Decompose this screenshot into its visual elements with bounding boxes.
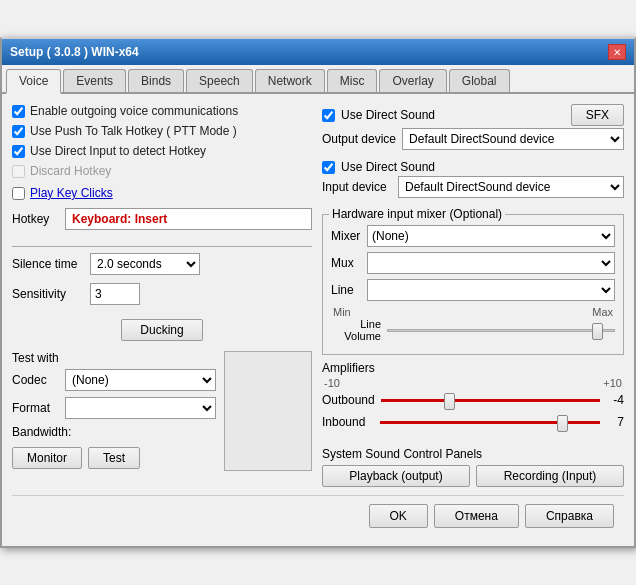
- inbound-row: Inbound 7: [322, 413, 624, 431]
- layout: Enable outgoing voice communications Use…: [12, 104, 624, 487]
- monitor-test-row: Monitor Test: [12, 447, 216, 469]
- output-section: Use Direct Sound SFX Output device Defau…: [322, 104, 624, 154]
- tab-speech[interactable]: Speech: [186, 69, 253, 92]
- sensitivity-label: Sensitivity: [12, 287, 82, 301]
- mixer-select[interactable]: (None): [367, 225, 615, 247]
- inbound-slider-container: [380, 413, 600, 431]
- outbound-slider-container: [381, 391, 600, 409]
- input-device-row: Input device Default DirectSound device: [322, 176, 624, 198]
- format-row: Format: [12, 397, 216, 419]
- tab-network[interactable]: Network: [255, 69, 325, 92]
- mixer-label: Mixer: [331, 229, 361, 243]
- outbound-value: -4: [606, 393, 624, 407]
- silence-time-select[interactable]: 2.0 seconds: [90, 253, 200, 275]
- tab-global[interactable]: Global: [449, 69, 510, 92]
- mux-label: Mux: [331, 256, 361, 270]
- line-select[interactable]: [367, 279, 615, 301]
- play-key-clicks-link[interactable]: Play Key Clicks: [30, 186, 113, 200]
- outbound-row: Outbound -4: [322, 391, 624, 409]
- tab-voice[interactable]: Voice: [6, 69, 61, 94]
- test-button[interactable]: Test: [88, 447, 140, 469]
- help-button[interactable]: Справка: [525, 504, 614, 528]
- input-direct-sound-row: Use Direct Sound: [322, 160, 624, 174]
- input-section: Use Direct Sound Input device Default Di…: [322, 160, 624, 202]
- outbound-label: Outbound: [322, 393, 375, 407]
- amp-max-label: +10: [603, 377, 622, 389]
- output-device-label: Output device: [322, 132, 396, 146]
- monitor-button[interactable]: Monitor: [12, 447, 82, 469]
- close-button[interactable]: ✕: [608, 44, 626, 60]
- tab-bar: Voice Events Binds Speech Network Misc O…: [2, 65, 634, 94]
- checkbox-enable-voice-input[interactable]: [12, 105, 25, 118]
- play-key-clicks-checkbox[interactable]: [12, 187, 25, 200]
- mux-row: Mux: [331, 252, 615, 274]
- test-with-label: Test with: [12, 351, 59, 365]
- outbound-slider[interactable]: [381, 391, 600, 409]
- format-select[interactable]: [65, 397, 216, 419]
- use-direct-sound-input-checkbox[interactable]: [322, 161, 335, 174]
- ducking-button[interactable]: Ducking: [121, 319, 202, 341]
- use-direct-sound-input-label: Use Direct Sound: [341, 160, 435, 174]
- min-max-row: Min Max: [331, 306, 615, 318]
- sfx-button[interactable]: SFX: [571, 104, 624, 126]
- max-label: Max: [592, 306, 613, 318]
- hotkey-input[interactable]: [65, 208, 312, 230]
- system-sound-section: System Sound Control Panels Playback (ou…: [322, 441, 624, 487]
- ok-button[interactable]: OK: [369, 504, 428, 528]
- codec-row: Codec (None): [12, 369, 216, 391]
- hotkey-label: Hotkey: [12, 212, 57, 226]
- cancel-button[interactable]: Отмена: [434, 504, 519, 528]
- left-panel: Enable outgoing voice communications Use…: [12, 104, 312, 487]
- checkbox-direct-input: Use Direct Input to detect Hotkey: [12, 144, 312, 158]
- checkbox-direct-input-input[interactable]: [12, 145, 25, 158]
- line-volume-slider[interactable]: [387, 321, 615, 339]
- hotkey-row: Hotkey: [12, 208, 312, 230]
- line-row: Line: [331, 279, 615, 301]
- main-content: Enable outgoing voice communications Use…: [2, 94, 634, 546]
- checkbox-discard-hotkey: Discard Hotkey: [12, 164, 312, 178]
- use-direct-sound-output-checkbox[interactable]: [322, 109, 335, 122]
- output-device-row: Output device Default DirectSound device: [322, 128, 624, 150]
- hardware-mixer-group: Hardware input mixer (Optional) Mixer (N…: [322, 214, 624, 355]
- amplifiers-section: Amplifiers -10 +10 Outbound -4 Inbound: [322, 361, 624, 435]
- play-key-clicks-row: Play Key Clicks: [12, 186, 312, 200]
- system-sound-label: System Sound Control Panels: [322, 447, 624, 461]
- output-direct-sound-row: Use Direct Sound SFX: [322, 104, 624, 126]
- checkbox-ptt-input[interactable]: [12, 125, 25, 138]
- codec-label: Codec: [12, 373, 57, 387]
- test-layout: Test with Codec (None) Format: [12, 351, 312, 475]
- tab-misc[interactable]: Misc: [327, 69, 378, 92]
- playback-button[interactable]: Playback (output): [322, 465, 470, 487]
- tab-binds[interactable]: Binds: [128, 69, 184, 92]
- sensitivity-row: Sensitivity: [12, 283, 312, 305]
- discard-hotkey-label: Discard Hotkey: [30, 164, 111, 178]
- input-device-select[interactable]: Default DirectSound device: [398, 176, 624, 198]
- amplifiers-label: Amplifiers: [322, 361, 624, 375]
- line-volume-label: LineVolume: [331, 318, 381, 342]
- amp-min-label: -10: [324, 377, 340, 389]
- silence-time-row: Silence time 2.0 seconds: [12, 253, 312, 275]
- recording-button[interactable]: Recording (Input): [476, 465, 624, 487]
- mux-select[interactable]: [367, 252, 615, 274]
- checkbox-ptt: Use Push To Talk Hotkey ( PTT Mode ): [12, 124, 312, 138]
- ducking-row: Ducking: [12, 319, 312, 341]
- line-volume-slider-container: [387, 321, 615, 339]
- amp-minmax-row: -10 +10: [322, 377, 624, 389]
- min-label: Min: [333, 306, 351, 318]
- ptt-label: Use Push To Talk Hotkey ( PTT Mode ): [30, 124, 237, 138]
- line-label: Line: [331, 283, 361, 297]
- inbound-slider[interactable]: [380, 413, 600, 431]
- tab-events[interactable]: Events: [63, 69, 126, 92]
- silence-time-label: Silence time: [12, 257, 82, 271]
- tab-overlay[interactable]: Overlay: [379, 69, 446, 92]
- inbound-label: Inbound: [322, 415, 374, 429]
- checkbox-discard-input[interactable]: [12, 165, 25, 178]
- output-device-select[interactable]: Default DirectSound device: [402, 128, 624, 150]
- use-direct-sound-output-label: Use Direct Sound: [341, 108, 435, 122]
- sensitivity-input[interactable]: [90, 283, 140, 305]
- codec-select[interactable]: (None): [65, 369, 216, 391]
- checkbox-enable-voice: Enable outgoing voice communications: [12, 104, 312, 118]
- hardware-mixer-title: Hardware input mixer (Optional): [329, 207, 505, 221]
- direct-input-label: Use Direct Input to detect Hotkey: [30, 144, 206, 158]
- test-section: Test with Codec (None) Format: [12, 351, 312, 475]
